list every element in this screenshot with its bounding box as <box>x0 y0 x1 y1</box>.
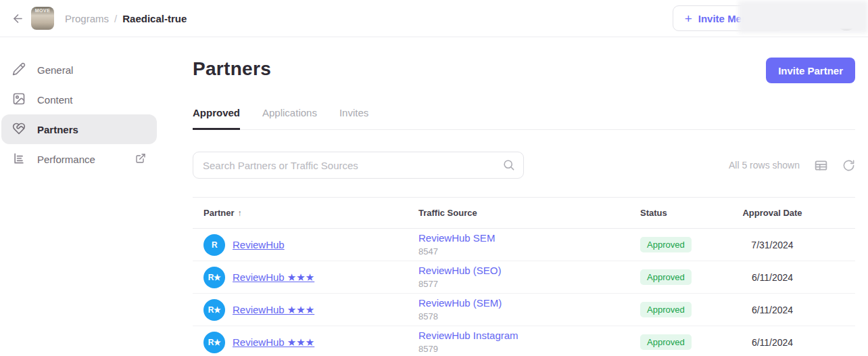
sidebar-item-label: Content <box>37 94 73 106</box>
partner-avatar: R★ <box>203 267 225 288</box>
report-icon <box>12 152 26 167</box>
status-cell: Approved <box>640 334 690 350</box>
partner-link[interactable]: ReviewHub ★★★ <box>233 304 314 316</box>
partner-link[interactable]: ReviewHub ★★★ <box>233 336 314 349</box>
traffic-source-link[interactable]: ReviewHub SEM <box>418 232 640 245</box>
sidebar-item-general[interactable]: General <box>1 55 157 85</box>
column-header-partner[interactable]: Partner ↑ <box>193 208 418 218</box>
breadcrumb-current-program: Raedical-true <box>122 13 187 24</box>
sidebar-item-label: Performance <box>37 154 95 165</box>
tab-approved[interactable]: Approved <box>193 107 240 130</box>
approval-date-cell: 6/11/2024 <box>690 337 855 348</box>
partner-avatar: R★ <box>203 299 225 321</box>
status-badge: Approved <box>640 334 692 350</box>
redacted-username <box>738 1 868 33</box>
traffic-source-cell: ReviewHub (SEM) 8578 <box>418 297 640 323</box>
table-row: R★ ReviewHub ★★★ ReviewHub Instagram 857… <box>193 326 855 356</box>
plus-icon: + <box>685 12 692 25</box>
sidebar-item-label: Partners <box>37 124 78 135</box>
heart-handshake-icon <box>12 122 26 137</box>
table-row: R★ ReviewHub ★★★ ReviewHub (SEM) 8578 Ap… <box>193 294 855 326</box>
table-toolbar: All 5 rows shown <box>193 152 855 179</box>
tab-applications[interactable]: Applications <box>262 107 317 129</box>
partner-link[interactable]: ReviewHub <box>233 239 285 250</box>
refresh-icon[interactable] <box>842 159 855 172</box>
sidebar-item-partners[interactable]: Partners <box>1 114 157 144</box>
sidebar: General Content Partners Performance <box>0 37 176 356</box>
status-badge: Approved <box>640 237 692 252</box>
search-wrapper <box>193 152 524 179</box>
partner-cell: R★ ReviewHub ★★★ <box>193 267 418 288</box>
status-badge: Approved <box>640 302 692 317</box>
traffic-source-id: 8579 <box>418 344 640 355</box>
page-layout: General Content Partners Performance Par… <box>0 37 868 356</box>
traffic-source-id: 8577 <box>418 279 640 290</box>
traffic-source-cell: ReviewHub (SEO) 8577 <box>418 265 640 290</box>
top-bar: MOVE Programs / Raedical-true + Invite M… <box>0 0 868 37</box>
main-content: Partners Invite Partner Approved Applica… <box>176 37 868 356</box>
approval-date-cell: 6/11/2024 <box>690 305 855 315</box>
sidebar-item-content[interactable]: Content <box>1 85 157 114</box>
sidebar-item-label: General <box>37 64 73 76</box>
traffic-source-id: 8547 <box>418 246 640 257</box>
approval-date-cell: 7/31/2024 <box>690 240 855 250</box>
partner-cell: R ReviewHub <box>193 234 418 256</box>
breadcrumb-separator: / <box>114 13 117 24</box>
partner-cell: R★ ReviewHub ★★★ <box>193 332 418 353</box>
traffic-source-cell: ReviewHub Instagram 8579 <box>418 330 640 355</box>
traffic-source-link[interactable]: ReviewHub Instagram <box>418 330 640 342</box>
invite-partner-button[interactable]: Invite Partner <box>766 58 855 83</box>
traffic-source-link[interactable]: ReviewHub (SEM) <box>418 297 640 310</box>
program-avatar: MOVE <box>31 7 54 30</box>
traffic-source-link[interactable]: ReviewHub (SEO) <box>418 265 640 277</box>
tab-bar: Approved Applications Invites <box>193 107 855 130</box>
back-icon[interactable] <box>9 10 26 26</box>
breadcrumb: Programs / Raedical-true <box>65 13 187 24</box>
tab-invites[interactable]: Invites <box>339 107 368 129</box>
column-header-label: Partner <box>203 208 235 218</box>
table-header-row: Partner ↑ Traffic Source Status Approval… <box>193 198 855 229</box>
table-row: R★ ReviewHub ★★★ ReviewHub (SEO) 8577 Ap… <box>193 261 855 294</box>
table-columns-icon[interactable] <box>814 158 828 173</box>
page-title: Partners <box>193 58 855 80</box>
status-cell: Approved <box>640 237 690 252</box>
traffic-source-id: 8578 <box>418 311 640 322</box>
partners-table: Partner ↑ Traffic Source Status Approval… <box>193 197 855 356</box>
table-row: R ReviewHub ReviewHub SEM 8547 Approved … <box>193 229 855 261</box>
status-badge: Approved <box>640 269 692 285</box>
partner-avatar: R★ <box>203 332 225 353</box>
approval-date-cell: 6/11/2024 <box>690 272 855 283</box>
column-header-status[interactable]: Status <box>640 208 690 218</box>
image-icon <box>12 92 26 108</box>
column-header-traffic-source[interactable]: Traffic Source <box>418 208 640 218</box>
sort-ascending-icon: ↑ <box>238 208 242 218</box>
traffic-source-cell: ReviewHub SEM 8547 <box>418 232 640 258</box>
rows-shown-label: All 5 rows shown <box>729 160 800 171</box>
status-cell: Approved <box>640 269 690 285</box>
status-cell: Approved <box>640 302 690 317</box>
toolbar-right: All 5 rows shown <box>729 158 855 173</box>
program-avatar-text: MOVE <box>35 8 51 30</box>
partner-link[interactable]: ReviewHub ★★★ <box>233 271 314 284</box>
partner-avatar: R <box>203 234 225 256</box>
pencil-icon <box>12 62 26 78</box>
partner-cell: R★ ReviewHub ★★★ <box>193 299 418 321</box>
column-header-approval-date[interactable]: Approval Date <box>690 208 855 218</box>
external-link-icon <box>135 153 146 166</box>
sidebar-item-performance[interactable]: Performance <box>1 144 157 174</box>
breadcrumb-programs[interactable]: Programs <box>65 13 109 24</box>
search-input[interactable] <box>193 152 524 179</box>
